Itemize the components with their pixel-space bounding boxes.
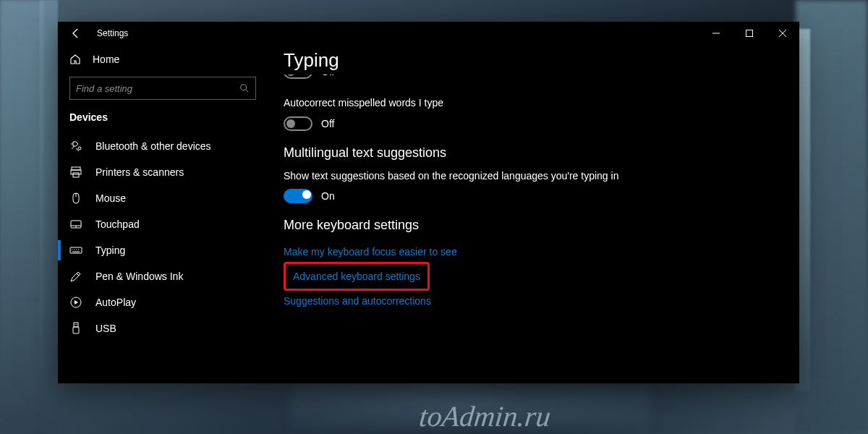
sidebar-item-label: AutoPlay: [95, 297, 136, 308]
svg-rect-7: [70, 247, 82, 253]
autoplay-icon: [69, 296, 82, 309]
search-icon: [239, 83, 250, 93]
svg-point-1: [241, 85, 247, 90]
links-list: Make my keyboard focus easier to seeAdva…: [284, 242, 783, 311]
sidebar-item-usb[interactable]: USB: [58, 315, 268, 341]
sidebar-item-printer[interactable]: Printers & scanners: [58, 159, 268, 185]
multilingual-toggle-state: On: [321, 190, 335, 202]
settings-link[interactable]: Suggestions and autocorrections: [284, 291, 431, 311]
sidebar-item-label: Printers & scanners: [95, 166, 184, 178]
bluetooth-icon: [69, 140, 82, 153]
svg-rect-2: [72, 167, 80, 170]
close-button[interactable]: [766, 22, 799, 45]
mouse-icon: [69, 192, 82, 205]
window-controls: [699, 22, 799, 45]
sidebar-item-pen[interactable]: Pen & Windows Ink: [58, 263, 268, 289]
sidebar-item-label: Mouse: [95, 192, 126, 204]
category-label: Devices: [58, 110, 268, 133]
sidebar-item-touchpad[interactable]: Touchpad: [58, 211, 268, 237]
nav-list: Bluetooth & other devicesPrinters & scan…: [58, 133, 268, 341]
home-nav[interactable]: Home: [58, 48, 268, 71]
autocorrect-setting-label: Autocorrect misspelled words I type: [284, 96, 631, 111]
app-title: Settings: [97, 28, 128, 38]
home-icon: [69, 54, 81, 65]
autocorrect-toggle[interactable]: [284, 116, 312, 131]
svg-rect-0: [746, 30, 753, 37]
svg-rect-9: [74, 323, 78, 327]
svg-rect-10: [73, 327, 79, 333]
settings-link[interactable]: Advanced keyboard settings: [293, 266, 420, 286]
minimize-button[interactable]: [699, 22, 733, 45]
maximize-button[interactable]: [733, 22, 766, 45]
multilingual-section-heading: Multilingual text suggestions: [284, 145, 783, 161]
svg-rect-3: [71, 170, 81, 174]
sidebar-item-label: Typing: [95, 244, 125, 256]
multilingual-toggle[interactable]: [284, 189, 312, 203]
usb-icon: [69, 322, 82, 335]
content-area: Typing Off Autocorrect misspelled words …: [268, 45, 799, 383]
search-input[interactable]: [76, 83, 239, 94]
search-box[interactable]: [69, 77, 256, 100]
settings-window: Settings Home Devices Bluetooth & other …: [58, 22, 799, 383]
typing-icon: [69, 244, 82, 257]
sidebar-item-mouse[interactable]: Mouse: [58, 185, 268, 211]
touchpad-icon: [69, 218, 82, 231]
settings-link[interactable]: Make my keyboard focus easier to see: [284, 242, 457, 262]
sidebar: Home Devices Bluetooth & other devicesPr…: [58, 45, 268, 383]
sidebar-item-autoplay[interactable]: AutoPlay: [58, 289, 268, 315]
cut-toggle-label: Off: [321, 75, 334, 77]
more-keyboard-section-heading: More keyboard settings: [284, 218, 783, 233]
page-title: Typing: [284, 49, 783, 72]
printer-icon: [69, 166, 82, 179]
highlighted-link: Advanced keyboard settings: [284, 262, 430, 291]
autocorrect-toggle-state: Off: [321, 118, 334, 129]
back-icon[interactable]: [69, 27, 81, 39]
multilingual-setting-label: Show text suggestions based on the recog…: [284, 169, 631, 184]
pen-icon: [69, 270, 82, 283]
sidebar-item-label: USB: [95, 323, 116, 334]
home-label: Home: [93, 54, 119, 65]
sidebar-item-typing[interactable]: Typing: [58, 237, 268, 263]
titlebar: Settings: [58, 22, 799, 45]
svg-rect-4: [73, 173, 79, 177]
sidebar-item-label: Touchpad: [95, 218, 140, 230]
cut-toggle-switch[interactable]: [284, 75, 312, 79]
sidebar-item-label: Pen & Windows Ink: [95, 271, 183, 282]
sidebar-item-bluetooth[interactable]: Bluetooth & other devices: [58, 133, 268, 159]
sidebar-item-label: Bluetooth & other devices: [95, 140, 211, 152]
